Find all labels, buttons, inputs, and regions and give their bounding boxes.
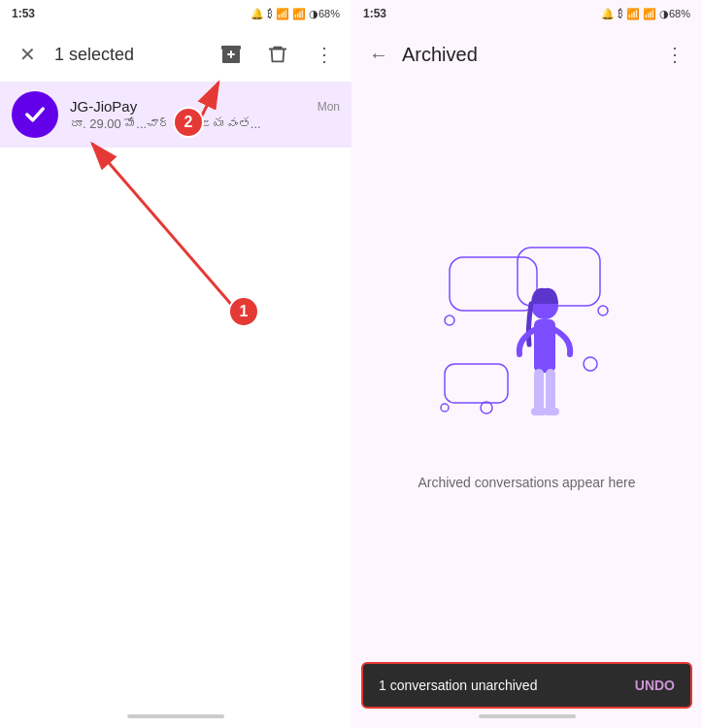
conversation-list: JG-JioPay Mon రూ. 29.00 మో...చార్జ్ విజయ… — [0, 82, 351, 705]
svg-point-8 — [598, 306, 608, 315]
svg-point-12 — [584, 357, 597, 371]
snackbar-message: 1 conversation unarchived — [379, 678, 537, 693]
empty-text: Archived conversations appear here — [418, 475, 635, 490]
svg-rect-14 — [534, 319, 555, 373]
svg-rect-9 — [445, 364, 508, 403]
svg-rect-5 — [450, 257, 537, 311]
r-wifi-icon: 📶 — [626, 8, 640, 20]
svg-rect-7 — [518, 248, 600, 306]
right-top-bar: ← Archived ⋮ — [351, 27, 702, 82]
delete-icon — [267, 44, 288, 65]
delete-button[interactable] — [258, 35, 297, 74]
svg-point-6 — [445, 315, 454, 325]
bluetooth-icon: ₿ — [267, 8, 273, 19]
right-panel: 1:53 🔔 ₿ 📶 📶 ◑68% ← Archived ⋮ — [351, 0, 702, 728]
snackbar: 1 conversation unarchived Undo — [361, 662, 692, 709]
conversation-item[interactable]: JG-JioPay Mon రూ. 29.00 మో...చార్జ్ విజయ… — [0, 82, 351, 148]
left-status-bar: 1:53 🔔 ₿ 📶 📶 ◑68% — [0, 0, 351, 27]
wifi-icon: 📶 — [276, 8, 289, 20]
home-indicator — [127, 714, 224, 718]
empty-state: Archived conversations appear here — [351, 82, 702, 705]
battery-icon: ◑68% — [309, 8, 340, 20]
r-notification-icon: 🔔 — [601, 8, 615, 20]
svg-rect-15 — [534, 369, 544, 413]
left-time: 1:53 — [12, 7, 35, 20]
svg-point-11 — [481, 402, 492, 414]
conversation-content: JG-JioPay Mon రూ. 29.00 మో...చార్జ్ విజయ… — [70, 98, 340, 131]
signal-icon: 📶 — [292, 8, 306, 20]
conv-time: Mon — [318, 100, 340, 114]
undo-button[interactable]: Undo — [635, 678, 675, 693]
right-home-indicator — [479, 714, 576, 718]
svg-rect-16 — [546, 369, 555, 413]
r-battery-icon: ◑68% — [659, 8, 690, 20]
left-top-bar: ✕ 1 selected ⋮ — [0, 27, 351, 82]
right-more-button[interactable]: ⋮ — [655, 35, 694, 74]
left-panel: 1:53 🔔 ₿ 📶 📶 ◑68% ✕ 1 selected ⋮ — [0, 0, 351, 728]
notification-icon: 🔔 — [251, 8, 264, 20]
back-icon: ← — [369, 44, 388, 66]
archive-button[interactable] — [212, 35, 251, 74]
empty-illustration — [440, 238, 615, 451]
more-button[interactable]: ⋮ — [305, 35, 344, 74]
selection-count: 1 selected — [54, 45, 204, 65]
conv-preview: రూ. 29.00 మో...చార్జ్ విజయవంత... — [70, 116, 340, 131]
conv-name: JG-JioPay — [70, 98, 137, 115]
svg-point-10 — [441, 404, 449, 412]
archived-title: Archived — [402, 44, 652, 66]
conv-name-row: JG-JioPay Mon — [70, 98, 340, 115]
right-status-icons: 🔔 ₿ 📶 📶 ◑68% — [601, 8, 690, 20]
svg-rect-18 — [544, 408, 559, 415]
avatar — [12, 91, 58, 138]
right-time: 1:53 — [363, 7, 386, 20]
svg-rect-0 — [221, 46, 241, 50]
r-bluetooth-icon: ₿ — [618, 8, 623, 19]
r-signal-icon: 📶 — [643, 8, 656, 20]
checkmark-icon — [21, 101, 49, 128]
back-button[interactable]: ← — [359, 35, 398, 74]
close-button[interactable]: ✕ — [8, 35, 47, 74]
left-status-icons: 🔔 ₿ 📶 📶 ◑68% — [251, 8, 340, 20]
right-status-bar: 1:53 🔔 ₿ 📶 📶 ◑68% — [351, 0, 702, 27]
archive-icon — [219, 43, 243, 66]
left-bottom-bar — [0, 705, 351, 728]
right-more-icon: ⋮ — [665, 43, 685, 66]
